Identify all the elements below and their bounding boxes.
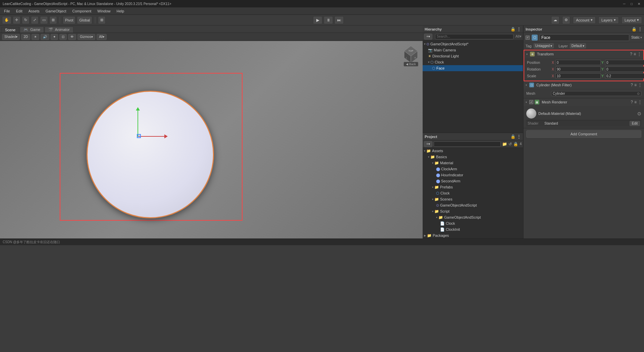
project-clockinit-cs[interactable]: 📄 ClockInit <box>423 226 523 232</box>
transform-tool[interactable]: ⊞ <box>49 16 57 24</box>
hidden-btn[interactable]: 👁 <box>68 34 76 40</box>
position-x-input[interactable] <box>555 60 601 65</box>
scale-y-input[interactable] <box>605 73 644 79</box>
mesh-filter-help-icon[interactable]: ? <box>631 83 633 87</box>
hierarchy-main-camera[interactable]: 📷 Main Camera <box>423 47 523 53</box>
lighting-button[interactable]: ☀ <box>32 34 39 40</box>
project-basics[interactable]: ▾ 📁 Basics <box>423 154 523 160</box>
mesh-value-field[interactable]: Cylinder ⊙ <box>551 91 641 96</box>
tag-dropdown[interactable]: Untagged ▾ <box>534 43 554 48</box>
tab-scene[interactable]: Scene <box>1 27 19 33</box>
project-secondarm[interactable]: ⬤ SecondArm <box>423 178 523 184</box>
back-button[interactable]: ◀ Back <box>404 62 418 67</box>
mesh-renderer-help-icon[interactable]: ? <box>631 100 633 104</box>
hand-tool[interactable]: ✋ <box>2 16 11 24</box>
project-clockarm[interactable]: ⬤ ClockArm <box>423 166 523 172</box>
project-scene-file[interactable]: ⊙ GameObjectAndScript <box>423 202 523 208</box>
inspector-lock-icon[interactable]: 🔒 <box>632 27 637 32</box>
mesh-filter-more-icon[interactable]: ⋮ <box>638 83 642 87</box>
position-y-input[interactable] <box>605 60 644 65</box>
hierarchy-lock-icon[interactable]: 🔒 <box>511 27 516 32</box>
layers-dropdown[interactable]: Layers ▾ <box>598 16 619 24</box>
layer-dropdown[interactable]: Default ▾ <box>570 43 586 48</box>
transform-settings-icon[interactable]: ≡ <box>634 52 636 56</box>
mesh-filter-header[interactable]: ▾ ⬡ Cylinder (Mesh Filter) ? ≡ ⋮ <box>524 81 644 89</box>
settings-button[interactable]: ⚙ <box>562 16 570 24</box>
effects-button[interactable]: ✦ <box>51 34 58 40</box>
mesh-renderer-more-icon[interactable]: ⋮ <box>638 100 642 104</box>
hierarchy-face[interactable]: ⬡ Face <box>423 65 523 71</box>
menu-file[interactable]: File <box>1 8 13 14</box>
shader-edit-button[interactable]: Edit <box>630 121 640 126</box>
menu-gameobject[interactable]: GameObject <box>43 8 69 14</box>
grid-button[interactable]: ⊞ <box>98 16 106 24</box>
project-search[interactable] <box>434 141 501 147</box>
rect-tool[interactable]: ▭ <box>40 16 48 24</box>
mesh-renderer-settings-icon[interactable]: ≡ <box>634 100 637 104</box>
project-assets-root[interactable]: ▾ 📁 Assets <box>423 148 523 154</box>
project-clock-prefab[interactable]: ⬡ Clock <box>423 190 523 196</box>
gizmos-btn[interactable]: Gizmos▾ <box>77 34 95 40</box>
hierarchy-add-btn[interactable]: +▾ <box>424 34 432 40</box>
layout-dropdown[interactable]: Layout ▾ <box>622 16 642 24</box>
project-packages[interactable]: ▶ 📁 Packages <box>423 232 523 238</box>
transform-help-icon[interactable]: ? <box>630 52 632 56</box>
project-add-btn[interactable]: +▾ <box>424 141 432 147</box>
minimize-button[interactable]: ─ <box>622 1 627 6</box>
object-enabled-checkbox[interactable] <box>526 36 530 40</box>
pause-button[interactable]: ⏸ <box>324 16 333 24</box>
mesh-renderer-enabled[interactable] <box>529 100 533 104</box>
add-component-button[interactable]: Add Component <box>526 130 641 138</box>
project-lock2-icon[interactable]: 🔒 <box>513 142 518 146</box>
mesh-filter-settings-icon[interactable]: ≡ <box>634 83 637 87</box>
scale-x-input[interactable] <box>555 73 601 79</box>
audio-button[interactable]: 🔊 <box>41 34 49 40</box>
project-hourindicator[interactable]: ⬤ HourIndicator <box>423 172 523 178</box>
cloud-button[interactable]: ☁ <box>551 16 559 24</box>
object-name-input[interactable] <box>540 34 629 41</box>
close-button[interactable]: ✕ <box>637 1 641 6</box>
pivot-button[interactable]: Pivot <box>63 16 75 24</box>
scene-view-btn[interactable]: ⊡ <box>59 34 67 40</box>
maximize-button[interactable]: □ <box>629 1 634 6</box>
project-prefabs-folder[interactable]: ▾ 📁 Prefabs <box>423 184 523 190</box>
material-select-icon[interactable]: ⊙ <box>637 111 641 116</box>
2d-button[interactable]: 2D <box>21 34 30 40</box>
move-tool[interactable]: ✛ <box>13 16 20 24</box>
step-button[interactable]: ⏭ <box>334 16 344 24</box>
project-more-icon[interactable]: ⋮ <box>517 134 521 139</box>
project-clock-cs[interactable]: 📄 Clock <box>423 220 523 226</box>
inspector-more-icon[interactable]: ⋮ <box>638 27 642 32</box>
project-lock-icon[interactable]: 🔒 <box>511 134 516 139</box>
account-dropdown[interactable]: Account ▾ <box>573 16 596 24</box>
scene-view[interactable]: TOP L R ◀ Back <box>0 41 423 238</box>
rotation-x-input[interactable] <box>555 67 601 72</box>
project-refresh-icon[interactable]: ↺ <box>508 142 512 146</box>
tab-game[interactable]: 🎮 Game <box>20 27 44 33</box>
project-material-folder[interactable]: ▾ 📁 Material <box>423 160 523 166</box>
hierarchy-all-btn[interactable]: All▾ <box>516 34 522 39</box>
rotation-y-input[interactable] <box>605 67 644 72</box>
hierarchy-scene-root[interactable]: ▾ ⊙ GameObjectAndScript* <box>423 41 523 47</box>
transform-more-icon[interactable]: ⋮ <box>637 52 641 56</box>
project-folder-icon[interactable]: 📁 <box>502 142 507 146</box>
hierarchy-more-icon[interactable]: ⋮ <box>517 27 521 32</box>
global-button[interactable]: Global <box>77 16 92 24</box>
mesh-renderer-header[interactable]: ▾ ▦ Mesh Renderer ? ≡ ⋮ <box>524 98 644 106</box>
view-cube[interactable]: TOP L R ◀ Back <box>402 44 419 61</box>
project-scenes-folder[interactable]: ▾ 📁 Scenes <box>423 196 523 202</box>
menu-edit[interactable]: Edit <box>13 8 25 14</box>
play-button[interactable]: ▶ <box>313 16 322 24</box>
rotate-tool[interactable]: ↻ <box>22 16 30 24</box>
hierarchy-search[interactable] <box>435 34 514 39</box>
menu-help[interactable]: Help <box>114 8 127 14</box>
tab-animator[interactable]: 🎬 Animator <box>45 27 73 33</box>
menu-assets[interactable]: Assets <box>26 8 42 14</box>
menu-window[interactable]: Window <box>95 8 113 14</box>
menu-component[interactable]: Component <box>69 8 94 14</box>
project-script-folder[interactable]: ▾ 📁 Script <box>423 208 523 214</box>
search-scene[interactable]: All▾ <box>97 34 107 40</box>
hierarchy-directional-light[interactable]: ☀ Directional Light <box>423 53 523 59</box>
shading-dropdown[interactable]: Shaded▾ <box>2 34 20 40</box>
scale-tool[interactable]: ⤢ <box>31 16 39 24</box>
